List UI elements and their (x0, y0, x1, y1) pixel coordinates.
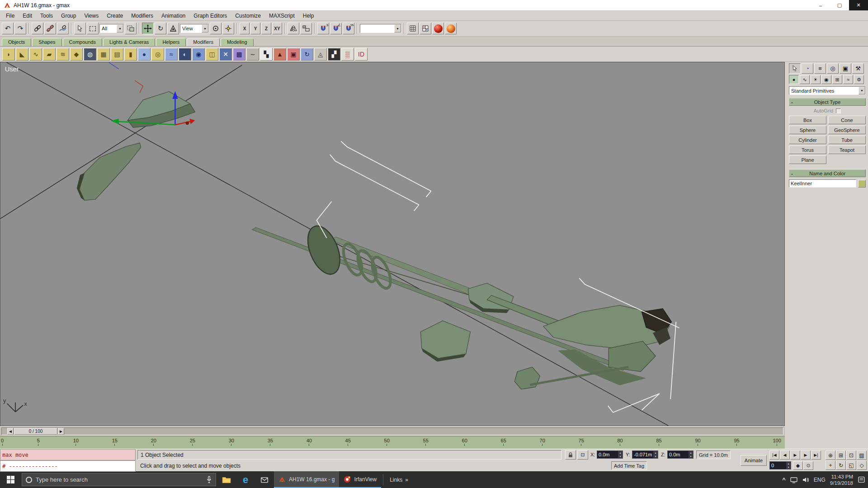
chevron-right-icon[interactable]: » (405, 477, 408, 483)
menu-group[interactable]: Group (57, 12, 80, 20)
menu-help[interactable]: Help (299, 12, 318, 20)
model-tail-section[interactable] (487, 296, 671, 389)
model-rotor-blade[interactable] (77, 143, 141, 200)
tab-compounds[interactable]: Compounds (63, 38, 102, 46)
material-editor-icon[interactable] (432, 23, 444, 34)
maximize-button[interactable]: ▢ (830, 0, 849, 10)
menu-edit[interactable]: Edit (19, 12, 36, 20)
display-tab[interactable]: ▣ (840, 63, 851, 74)
y-coordinate-field[interactable]: -0.071m▴▾ (632, 450, 658, 459)
menu-customize[interactable]: Customize (231, 12, 265, 20)
lens-modifier-icon[interactable]: ◍ (84, 48, 96, 61)
chevron-down-icon[interactable]: ▼ (202, 24, 208, 33)
window-crossing-toggle-icon[interactable] (125, 23, 137, 34)
ffd-modifier-icon[interactable]: ▩ (233, 48, 245, 61)
time-slider-next-arrow[interactable]: ► (58, 428, 64, 435)
torus-button[interactable]: Torus (789, 145, 826, 154)
skew-modifier-icon[interactable]: ▰ (43, 48, 56, 61)
track-view-icon[interactable] (407, 23, 419, 34)
time-slider-track[interactable]: ◄ 0 / 100 ► (1, 427, 783, 435)
go-to-start-button[interactable]: |◀ (769, 450, 779, 460)
tube-modifier-icon[interactable]: ◫ (206, 48, 218, 61)
cameras-category-button[interactable]: ◉ (821, 75, 831, 84)
twist-modifier-icon[interactable]: ∿ (29, 48, 42, 61)
autogrid-checkbox[interactable] (836, 108, 841, 113)
surface-modifier-icon[interactable]: ◎ (151, 48, 164, 61)
chevron-down-icon[interactable]: ▼ (394, 24, 401, 33)
helpers-category-button[interactable]: ⊞ (832, 75, 842, 84)
time-slider-handle[interactable]: 0 / 100 (14, 428, 57, 435)
use-pivot-center-icon[interactable] (210, 23, 222, 34)
box-button[interactable]: Box (789, 116, 826, 124)
tab-modeling[interactable]: Modeling (221, 38, 254, 46)
schematic-view-icon[interactable] (420, 23, 431, 34)
minimize-button[interactable]: – (811, 0, 830, 10)
zoom-button[interactable]: ⊕ (826, 450, 835, 460)
rollout-collapse-icon[interactable]: - (791, 171, 793, 176)
object-name-field[interactable]: KeelInner (789, 179, 856, 188)
unlink-selection-icon[interactable] (44, 23, 56, 34)
links-toolbar[interactable]: Links » (385, 471, 413, 488)
chevron-down-icon[interactable]: ▼ (117, 24, 123, 33)
microphone-icon[interactable] (206, 476, 212, 483)
menu-maxscript[interactable]: MAXScript (265, 12, 299, 20)
selection-filter-dropdown[interactable]: All▼ (99, 24, 124, 33)
absolute-mode-toggle-button[interactable]: ⊡ (577, 450, 588, 460)
spinner-icon[interactable]: ▴▾ (653, 451, 658, 458)
create-tab[interactable] (789, 63, 801, 74)
shapes-category-button[interactable]: ∿ (800, 75, 810, 84)
symmetry-modifier-icon[interactable]: ◐ (179, 48, 191, 61)
perspective-viewport[interactable]: y x User (0, 62, 785, 426)
cylinder-button[interactable]: Cylinder (789, 136, 826, 144)
redo-icon[interactable]: ↷ (14, 23, 26, 34)
name-color-rollout-header[interactable]: - Name and Color (789, 169, 866, 177)
meshsmooth-modifier-icon[interactable]: ● (138, 48, 151, 61)
key-mode-button[interactable]: ◆ (793, 461, 803, 470)
current-frame-field[interactable]: 0▴▾ (769, 461, 791, 469)
maxscript-listener-line2[interactable]: # --------------- (0, 460, 136, 472)
tube-button[interactable]: Tube (828, 136, 866, 144)
arc-rotate-button[interactable]: ↻ (836, 460, 846, 470)
select-and-scale-icon[interactable] (167, 23, 179, 34)
extrude-modifier-icon[interactable]: ▮ (124, 48, 137, 61)
xform-modifier-icon[interactable]: ✕ (219, 48, 232, 61)
optimize-modifier-icon[interactable]: ◬ (314, 48, 327, 61)
spinner-icon[interactable]: ▴▾ (618, 451, 623, 458)
twirl-modifier-icon[interactable]: ↻ (301, 48, 313, 61)
vol-select-modifier-icon[interactable]: ▣ (287, 48, 300, 61)
cone-button[interactable]: Cone (828, 116, 866, 124)
pan-button[interactable]: + (826, 460, 835, 470)
bind-to-space-warp-icon[interactable] (57, 23, 69, 34)
wave-modifier-icon[interactable]: ∼ (246, 48, 259, 61)
edge-browser-icon[interactable]: e (236, 471, 255, 488)
select-object-icon[interactable] (74, 23, 86, 34)
zoom-extents-all-button[interactable]: ◇ (857, 460, 867, 470)
ripple-modifier-icon[interactable]: ≈ (165, 48, 178, 61)
primitive-category-dropdown[interactable]: Standard Primitives ▼ (789, 86, 866, 95)
geosphere-button[interactable]: GeoSphere (828, 126, 866, 134)
zoom-all-button[interactable]: ⊞ (836, 450, 846, 460)
object-color-swatch[interactable] (858, 180, 866, 188)
start-button[interactable] (0, 471, 21, 488)
noise-modifier-icon[interactable]: ≋ (57, 48, 69, 61)
reference-coordinate-dropdown[interactable]: View▼ (180, 24, 209, 33)
hidden-icons-chevron[interactable]: ^ (782, 476, 786, 483)
percent-snap-icon[interactable]: % (343, 23, 354, 34)
rectangular-selection-region-icon[interactable] (87, 23, 99, 34)
menu-create[interactable]: Create (103, 12, 127, 20)
object-type-rollout-header[interactable]: - Object Type (789, 98, 866, 106)
tab-modifiers[interactable]: Modifiers (187, 38, 220, 46)
undo-icon[interactable]: ↶ (2, 23, 14, 34)
animate-button[interactable]: Animate (741, 455, 767, 466)
play-animation-button[interactable]: ▶ (790, 450, 800, 460)
file-explorer-icon[interactable] (217, 471, 236, 488)
edit-mesh-modifier-icon[interactable]: ▲ (274, 48, 286, 61)
add-time-tag[interactable]: Add Time Tag (611, 461, 647, 470)
stretch-modifier-icon[interactable]: ◆ (70, 48, 83, 61)
menu-modifiers[interactable]: Modifiers (127, 12, 157, 20)
menu-file[interactable]: File (2, 12, 19, 20)
viewport-label[interactable]: User (5, 66, 19, 73)
material-id-icon[interactable]: ID (355, 48, 368, 61)
taskbar-app-irfanview[interactable]: IrfanView (339, 471, 381, 488)
bend-modifier-icon[interactable]: ◗ (2, 48, 15, 61)
